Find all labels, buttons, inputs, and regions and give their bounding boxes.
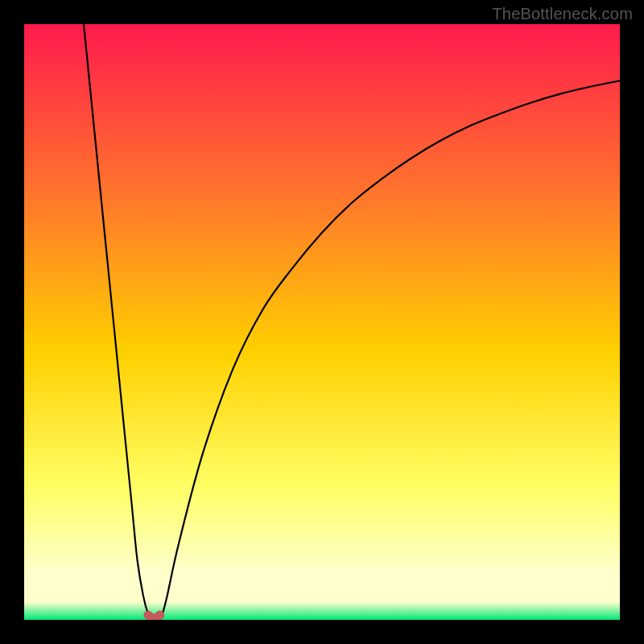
plot-area bbox=[24, 24, 620, 620]
chart-frame: TheBottleneck.com bbox=[0, 0, 644, 644]
watermark-text: TheBottleneck.com bbox=[492, 5, 633, 23]
valley-marker bbox=[148, 615, 160, 618]
chart-svg bbox=[24, 24, 620, 620]
